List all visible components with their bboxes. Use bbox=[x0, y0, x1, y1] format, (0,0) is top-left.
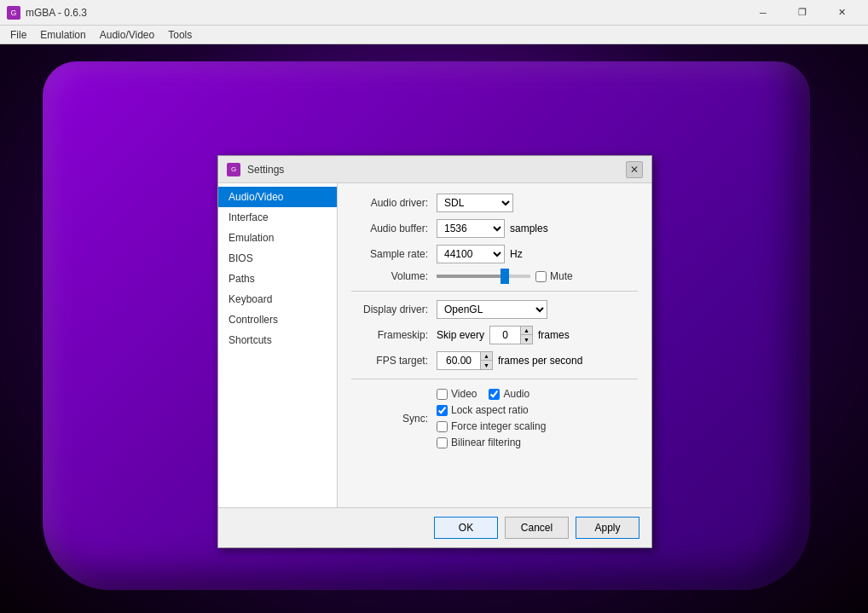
sync-inline-row: Video Audio bbox=[437, 388, 546, 400]
audio-buffer-row: Audio buffer: 512 768 1024 1536 2048 409… bbox=[351, 219, 638, 238]
sidebar-item-shortcuts[interactable]: Shortcuts bbox=[218, 330, 337, 350]
mute-checkbox-label[interactable]: Mute bbox=[535, 270, 573, 282]
menu-bar: File Emulation Audio/Video Tools bbox=[0, 26, 868, 44]
frameskip-increment[interactable]: ▲ bbox=[520, 327, 532, 335]
menu-tools[interactable]: Tools bbox=[161, 27, 199, 43]
sync-section: Sync: Video Audio bbox=[351, 388, 638, 448]
force-integer-label[interactable]: Force integer scaling bbox=[437, 420, 546, 432]
sidebar-item-emulation[interactable]: Emulation bbox=[218, 228, 337, 248]
sidebar-item-keyboard[interactable]: Keyboard bbox=[218, 289, 337, 309]
cancel-button[interactable]: Cancel bbox=[505, 517, 569, 539]
menu-emulation[interactable]: Emulation bbox=[33, 27, 92, 43]
dialog-titlebar: G Settings ✕ bbox=[218, 156, 651, 183]
frameskip-control: Skip every ▲ ▼ frames bbox=[437, 326, 570, 344]
window-title: mGBA - 0.6.3 bbox=[26, 7, 744, 19]
sidebar-item-audio-video[interactable]: Audio/Video bbox=[218, 187, 337, 207]
bilinear-label[interactable]: Bilinear filtering bbox=[437, 437, 546, 448]
bilinear-checkbox[interactable] bbox=[437, 437, 448, 448]
dialog-icon: G bbox=[227, 163, 240, 176]
menu-file[interactable]: File bbox=[3, 27, 33, 43]
audio-buffer-control: 512 768 1024 1536 2048 4096 samples bbox=[437, 219, 548, 238]
content-area: Audio driver: SDL OpenAL None Audio buff… bbox=[338, 183, 651, 507]
sidebar-item-controllers[interactable]: Controllers bbox=[218, 309, 337, 330]
sync-row: Sync: Video Audio bbox=[351, 388, 638, 448]
audio-driver-label: Audio driver: bbox=[351, 197, 437, 209]
fps-target-input[interactable] bbox=[437, 352, 480, 369]
sample-rate-control: 22050 32000 44100 48000 Hz bbox=[437, 245, 523, 263]
mute-label: Mute bbox=[550, 270, 573, 282]
divider-2 bbox=[351, 379, 638, 379]
ok-button[interactable]: OK bbox=[434, 517, 498, 539]
display-driver-row: Display driver: OpenGL OpenGL (force 1x)… bbox=[351, 300, 638, 319]
dialog-close-button[interactable]: ✕ bbox=[626, 161, 643, 178]
sync-audio-checkbox[interactable] bbox=[489, 389, 500, 400]
display-driver-control: OpenGL OpenGL (force 1x) Software bbox=[437, 300, 547, 319]
background-area: G Settings ✕ Audio/Video Interface Emula… bbox=[0, 44, 868, 613]
nav-sidebar: Audio/Video Interface Emulation BIOS Pat… bbox=[218, 183, 338, 507]
force-integer-checkbox[interactable] bbox=[437, 421, 448, 432]
frameskip-row: Frameskip: Skip every ▲ ▼ frames bbox=[351, 326, 638, 344]
frameskip-spinner-buttons: ▲ ▼ bbox=[520, 327, 532, 344]
frameskip-prefix: Skip every bbox=[437, 329, 484, 341]
audio-driver-row: Audio driver: SDL OpenAL None bbox=[351, 194, 638, 212]
volume-thumb[interactable] bbox=[501, 269, 509, 284]
app-icon: G bbox=[7, 6, 20, 20]
sample-rate-label: Sample rate: bbox=[351, 248, 437, 260]
divider-1 bbox=[351, 291, 638, 292]
mute-checkbox[interactable] bbox=[535, 271, 547, 282]
minimize-button[interactable]: ─ bbox=[744, 0, 783, 26]
lock-aspect-checkbox[interactable] bbox=[437, 405, 448, 416]
fps-spinner: ▲ ▼ bbox=[437, 351, 493, 370]
dialog-footer: OK Cancel Apply bbox=[218, 507, 651, 547]
menu-audio-video[interactable]: Audio/Video bbox=[93, 27, 162, 43]
sync-video-text: Video bbox=[451, 388, 477, 400]
frameskip-spinner: ▲ ▼ bbox=[489, 326, 533, 344]
audio-driver-control: SDL OpenAL None bbox=[437, 194, 513, 212]
lock-aspect-text: Lock aspect ratio bbox=[451, 404, 529, 416]
sync-audio-label[interactable]: Audio bbox=[489, 388, 529, 400]
sidebar-item-paths[interactable]: Paths bbox=[218, 269, 337, 289]
window-close-button[interactable]: ✕ bbox=[822, 0, 861, 26]
dialog-title: Settings bbox=[247, 164, 626, 176]
settings-dialog: G Settings ✕ Audio/Video Interface Emula… bbox=[217, 155, 652, 548]
fps-increment[interactable]: ▲ bbox=[480, 352, 492, 361]
sync-label: Sync: bbox=[351, 413, 437, 425]
sidebar-item-bios[interactable]: BIOS bbox=[218, 248, 337, 269]
volume-slider[interactable] bbox=[437, 275, 530, 278]
title-bar: G mGBA - 0.6.3 ─ ❐ ✕ bbox=[0, 0, 868, 26]
display-driver-label: Display driver: bbox=[351, 304, 437, 315]
audio-buffer-label: Audio buffer: bbox=[351, 223, 437, 234]
frameskip-input[interactable] bbox=[490, 327, 520, 344]
audio-driver-select[interactable]: SDL OpenAL None bbox=[437, 194, 513, 212]
sync-audio-text: Audio bbox=[503, 388, 529, 400]
fps-target-suffix: frames per second bbox=[498, 355, 582, 367]
apply-button[interactable]: Apply bbox=[576, 517, 639, 539]
fps-target-row: FPS target: ▲ ▼ frames per second bbox=[351, 351, 638, 370]
fps-target-label: FPS target: bbox=[351, 355, 437, 367]
frameskip-suffix: frames bbox=[538, 329, 570, 341]
display-driver-select[interactable]: OpenGL OpenGL (force 1x) Software bbox=[437, 300, 547, 319]
volume-control: Mute bbox=[437, 270, 573, 282]
frameskip-decrement[interactable]: ▼ bbox=[520, 335, 532, 344]
sync-options: Video Audio Lock aspect ratio bbox=[437, 388, 546, 448]
volume-label: Volume: bbox=[351, 270, 437, 282]
audio-buffer-unit: samples bbox=[510, 223, 548, 234]
frameskip-label: Frameskip: bbox=[351, 329, 437, 341]
bilinear-text: Bilinear filtering bbox=[451, 437, 521, 448]
dialog-body: Audio/Video Interface Emulation BIOS Pat… bbox=[218, 183, 651, 507]
volume-row: Volume: Mute bbox=[351, 270, 638, 282]
sidebar-item-interface[interactable]: Interface bbox=[218, 207, 337, 228]
window-controls: ─ ❐ ✕ bbox=[744, 0, 861, 26]
sample-rate-unit: Hz bbox=[510, 248, 523, 260]
lock-aspect-label[interactable]: Lock aspect ratio bbox=[437, 404, 546, 416]
sync-video-label[interactable]: Video bbox=[437, 388, 477, 400]
fps-decrement[interactable]: ▼ bbox=[480, 361, 492, 369]
sync-video-checkbox[interactable] bbox=[437, 389, 448, 400]
force-integer-text: Force integer scaling bbox=[451, 420, 546, 432]
sample-rate-select[interactable]: 22050 32000 44100 48000 bbox=[437, 245, 505, 263]
sample-rate-row: Sample rate: 22050 32000 44100 48000 Hz bbox=[351, 245, 638, 263]
audio-buffer-select[interactable]: 512 768 1024 1536 2048 4096 bbox=[437, 219, 505, 238]
fps-target-control: ▲ ▼ frames per second bbox=[437, 351, 582, 370]
fps-spinner-buttons: ▲ ▼ bbox=[480, 352, 492, 369]
maximize-button[interactable]: ❐ bbox=[783, 0, 822, 26]
